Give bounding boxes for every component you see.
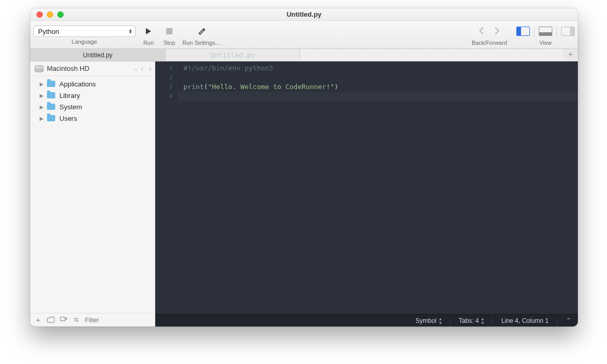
run-settings-caption: Run Settings…	[182, 40, 221, 46]
hard-drive-icon	[34, 64, 44, 73]
tab-size-picker[interactable]: Tabs: 4 ▴▾	[459, 317, 485, 325]
folder-icon	[47, 81, 55, 87]
disclosure-triangle-icon[interactable]: ▶	[40, 93, 45, 98]
stop-button[interactable]	[162, 24, 177, 38]
window-title: Untitled.py	[30, 10, 578, 18]
svg-rect-0	[166, 28, 172, 34]
new-folder-button[interactable]	[47, 316, 55, 324]
folder-icon	[47, 104, 55, 110]
new-tab-button[interactable]: +	[563, 49, 578, 61]
folder-icon	[47, 115, 55, 121]
tabs-label: Tabs: 4	[459, 317, 479, 324]
language-select-value: Python	[38, 28, 59, 35]
cursor-position[interactable]: Line 4, Column 1	[501, 317, 549, 324]
cursor-label: Line 4, Column 1	[501, 317, 549, 324]
svg-point-4	[75, 318, 76, 319]
tab-editor-file[interactable]: Untitled.py	[166, 49, 300, 61]
tab-editor-file-label: Untitled.py	[210, 51, 255, 59]
disclosure-triangle-icon[interactable]: ▶	[40, 104, 45, 110]
code-line[interactable]	[178, 92, 578, 101]
tree-item-label: Users	[59, 115, 77, 122]
sidebar-forward-button[interactable]: ›	[149, 64, 152, 73]
symbol-label: Symbol	[416, 317, 437, 324]
language-caption: Language	[72, 39, 97, 45]
add-button[interactable]: ＋	[34, 316, 42, 325]
view-bottom-panel-button[interactable]	[539, 27, 552, 36]
filter-icon	[72, 316, 80, 324]
chevron-down-icon[interactable]: ⌵	[134, 66, 138, 71]
tree-item[interactable]: ▶Users	[30, 112, 155, 124]
titlebar: Untitled.py	[30, 8, 578, 21]
status-bar: Symbol ▴▾ Tabs: 4 ▴▾ Line 4, Column 1 ⌃	[155, 314, 578, 327]
app-window: Untitled.py Python ▴▾ Language Run Stop	[30, 8, 578, 327]
disclosure-triangle-icon[interactable]: ▶	[40, 81, 45, 87]
line-gutter: 1234	[155, 61, 178, 314]
tree-item[interactable]: ▶System	[30, 101, 155, 112]
updown-chevron-icon: ▴▾	[439, 317, 442, 325]
disclosure-triangle-icon[interactable]: ▶	[40, 116, 45, 121]
filter-input[interactable]	[85, 316, 163, 325]
tree-item-label: System	[59, 103, 82, 111]
open-in-terminal-button[interactable]	[60, 316, 67, 324]
sidebar-back-button[interactable]: ‹	[141, 64, 143, 73]
tree-item[interactable]: ▶Applications	[30, 78, 155, 90]
file-tree: ▶Applications▶Library▶System▶Users	[30, 76, 155, 313]
stop-caption: Stop	[164, 40, 176, 46]
tab-sidebar-file-label: Untitled.py	[83, 52, 113, 59]
tree-item[interactable]: ▶Library	[30, 90, 155, 101]
code-line[interactable]: #!/usr/bin/env python3	[178, 64, 578, 73]
folder-icon	[47, 92, 55, 98]
run-button[interactable]	[141, 24, 156, 38]
nav-back-button[interactable]	[478, 27, 485, 36]
updown-chevron-icon: ▴▾	[129, 29, 132, 34]
code-editor[interactable]: 1234 #!/usr/bin/env python3print("Hello.…	[155, 61, 578, 327]
tree-item-label: Applications	[59, 80, 96, 88]
code-lines[interactable]: #!/usr/bin/env python3print("Hello. Welc…	[178, 61, 578, 314]
sidebar-root-name: Macintosh HD	[47, 65, 131, 72]
run-caption: Run	[143, 40, 154, 46]
tab-bar: Untitled.py Untitled.py +	[30, 49, 578, 61]
tree-item-label: Library	[59, 92, 80, 99]
view-left-panel-button[interactable]	[516, 27, 530, 36]
file-browser-sidebar: Macintosh HD ⌵ ‹ › ▶Applications▶Library…	[30, 61, 155, 327]
svg-point-5	[76, 320, 78, 321]
svg-point-3	[41, 70, 42, 71]
toggle-console-button[interactable]: ⌃	[566, 317, 572, 324]
language-select[interactable]: Python ▴▾	[33, 26, 135, 37]
view-caption: View	[539, 40, 552, 46]
view-right-panel-button[interactable]	[561, 27, 575, 36]
toolbar: Python ▴▾ Language Run Stop Run Setting	[30, 21, 578, 49]
updown-chevron-icon: ▴▾	[481, 317, 484, 325]
code-line[interactable]	[178, 73, 578, 82]
tab-sidebar-file[interactable]: Untitled.py	[30, 49, 166, 61]
symbol-picker[interactable]: Symbol ▴▾	[416, 317, 442, 325]
run-settings-button[interactable]	[197, 24, 206, 38]
sidebar-path-header[interactable]: Macintosh HD ⌵ ‹ ›	[30, 61, 155, 76]
backforward-caption: Back/Forward	[472, 40, 507, 46]
code-line[interactable]: print("Hello. Welcome to CodeRunner!")	[178, 82, 578, 92]
nav-forward-button[interactable]	[494, 27, 500, 36]
sidebar-footer: ＋	[30, 313, 155, 327]
